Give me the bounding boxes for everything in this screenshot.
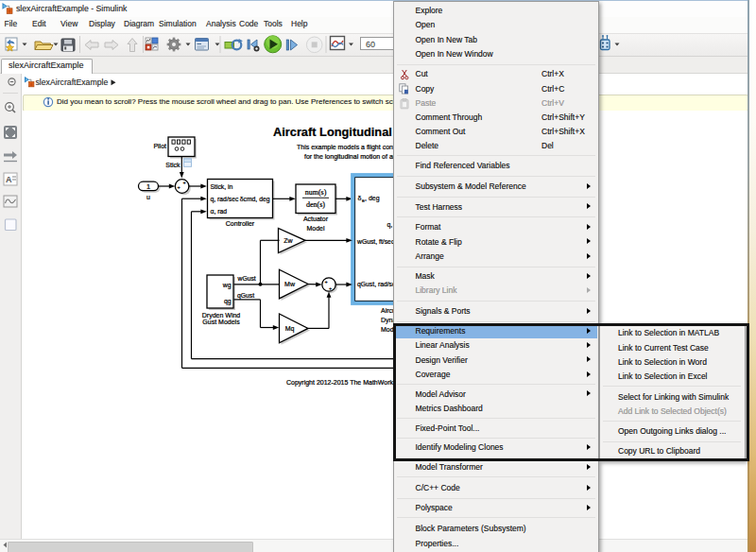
svg-text:60: 60 [366, 40, 375, 49]
svg-text:A: A [6, 175, 12, 184]
